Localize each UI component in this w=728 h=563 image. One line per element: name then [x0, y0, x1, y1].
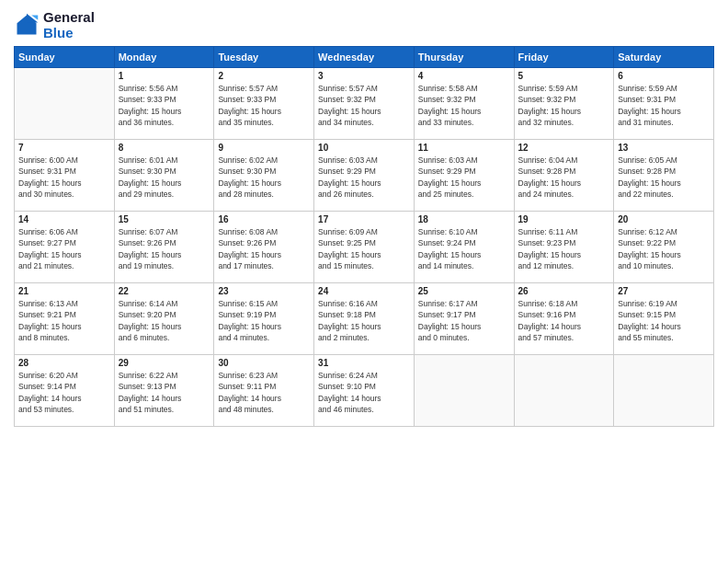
week-row-2: 7Sunrise: 6:00 AM Sunset: 9:31 PM Daylig…: [15, 140, 714, 212]
header-cell-sunday: Sunday: [15, 47, 115, 68]
day-cell: 20Sunrise: 6:12 AM Sunset: 9:22 PM Dayli…: [614, 212, 714, 283]
day-number: 25: [418, 286, 510, 296]
day-number: 21: [18, 286, 110, 296]
day-number: 31: [318, 358, 410, 368]
day-number: 17: [318, 214, 410, 224]
day-number: 10: [318, 143, 410, 153]
day-info: Sunrise: 5:59 AM Sunset: 9:31 PM Dayligh…: [618, 83, 710, 128]
day-info: Sunrise: 6:20 AM Sunset: 9:14 PM Dayligh…: [18, 370, 110, 415]
day-cell: 1Sunrise: 5:56 AM Sunset: 9:33 PM Daylig…: [114, 68, 214, 140]
header-cell-wednesday: Wednesday: [314, 47, 415, 68]
day-cell: 23Sunrise: 6:15 AM Sunset: 9:19 PM Dayli…: [214, 283, 314, 355]
day-number: 29: [119, 358, 210, 368]
week-row-3: 14Sunrise: 6:06 AM Sunset: 9:27 PM Dayli…: [15, 212, 714, 283]
day-info: Sunrise: 6:18 AM Sunset: 9:16 PM Dayligh…: [518, 298, 610, 343]
day-number: 28: [18, 358, 110, 368]
day-cell: 11Sunrise: 6:03 AM Sunset: 9:29 PM Dayli…: [414, 140, 514, 212]
day-cell: 24Sunrise: 6:16 AM Sunset: 9:18 PM Dayli…: [314, 283, 415, 355]
day-cell: 30Sunrise: 6:23 AM Sunset: 9:11 PM Dayli…: [214, 355, 314, 427]
day-cell: 10Sunrise: 6:03 AM Sunset: 9:29 PM Dayli…: [314, 140, 415, 212]
day-info: Sunrise: 6:09 AM Sunset: 9:25 PM Dayligh…: [318, 226, 410, 271]
day-info: Sunrise: 6:13 AM Sunset: 9:21 PM Dayligh…: [18, 298, 110, 343]
day-cell: 27Sunrise: 6:19 AM Sunset: 9:15 PM Dayli…: [614, 283, 714, 355]
day-cell: 21Sunrise: 6:13 AM Sunset: 9:21 PM Dayli…: [15, 283, 115, 355]
day-cell: 14Sunrise: 6:06 AM Sunset: 9:27 PM Dayli…: [15, 212, 115, 283]
day-number: 7: [18, 143, 110, 153]
day-cell: [15, 68, 115, 140]
day-info: Sunrise: 6:03 AM Sunset: 9:29 PM Dayligh…: [318, 155, 410, 200]
day-cell: 8Sunrise: 6:01 AM Sunset: 9:30 PM Daylig…: [114, 140, 214, 212]
day-info: Sunrise: 5:58 AM Sunset: 9:32 PM Dayligh…: [418, 83, 510, 128]
day-info: Sunrise: 6:11 AM Sunset: 9:23 PM Dayligh…: [518, 226, 610, 271]
day-info: Sunrise: 6:01 AM Sunset: 9:30 PM Dayligh…: [119, 155, 210, 200]
day-info: Sunrise: 6:16 AM Sunset: 9:18 PM Dayligh…: [318, 298, 410, 343]
day-cell: 19Sunrise: 6:11 AM Sunset: 9:23 PM Dayli…: [514, 212, 614, 283]
day-number: 14: [18, 214, 110, 224]
day-number: 18: [418, 214, 510, 224]
day-info: Sunrise: 6:05 AM Sunset: 9:28 PM Dayligh…: [618, 155, 710, 200]
day-number: 24: [318, 286, 410, 296]
day-number: 19: [518, 214, 610, 224]
header: General Blue: [14, 9, 714, 40]
day-info: Sunrise: 6:10 AM Sunset: 9:24 PM Dayligh…: [418, 226, 510, 271]
day-info: Sunrise: 5:59 AM Sunset: 9:32 PM Dayligh…: [518, 83, 610, 128]
day-info: Sunrise: 6:17 AM Sunset: 9:17 PM Dayligh…: [418, 298, 510, 343]
day-number: 2: [218, 71, 310, 81]
day-cell: 7Sunrise: 6:00 AM Sunset: 9:31 PM Daylig…: [15, 140, 115, 212]
day-info: Sunrise: 5:56 AM Sunset: 9:33 PM Dayligh…: [119, 83, 210, 128]
day-cell: 9Sunrise: 6:02 AM Sunset: 9:30 PM Daylig…: [214, 140, 314, 212]
day-number: 13: [618, 143, 710, 153]
logo: General Blue: [14, 9, 95, 40]
day-number: 22: [119, 286, 210, 296]
day-number: 20: [618, 214, 710, 224]
day-cell: 2Sunrise: 5:57 AM Sunset: 9:33 PM Daylig…: [214, 68, 314, 140]
day-cell: 12Sunrise: 6:04 AM Sunset: 9:28 PM Dayli…: [514, 140, 614, 212]
day-number: 11: [418, 143, 510, 153]
day-number: 12: [518, 143, 610, 153]
header-cell-saturday: Saturday: [614, 47, 714, 68]
day-number: 30: [218, 358, 310, 368]
day-cell: 4Sunrise: 5:58 AM Sunset: 9:32 PM Daylig…: [414, 68, 514, 140]
day-number: 23: [218, 286, 310, 296]
day-info: Sunrise: 6:14 AM Sunset: 9:20 PM Dayligh…: [119, 298, 210, 343]
day-number: 27: [618, 286, 710, 296]
day-cell: [614, 355, 714, 427]
day-info: Sunrise: 6:12 AM Sunset: 9:22 PM Dayligh…: [618, 226, 710, 271]
week-row-5: 28Sunrise: 6:20 AM Sunset: 9:14 PM Dayli…: [15, 355, 714, 427]
day-cell: [414, 355, 514, 427]
header-cell-monday: Monday: [114, 47, 214, 68]
day-number: 9: [218, 143, 310, 153]
day-cell: 31Sunrise: 6:24 AM Sunset: 9:10 PM Dayli…: [314, 355, 415, 427]
day-cell: 25Sunrise: 6:17 AM Sunset: 9:17 PM Dayli…: [414, 283, 514, 355]
day-number: 3: [318, 71, 410, 81]
day-info: Sunrise: 6:03 AM Sunset: 9:29 PM Dayligh…: [418, 155, 510, 200]
day-info: Sunrise: 6:08 AM Sunset: 9:26 PM Dayligh…: [218, 226, 310, 271]
week-row-4: 21Sunrise: 6:13 AM Sunset: 9:21 PM Dayli…: [15, 283, 714, 355]
page: General Blue SundayMondayTuesdayWednesda…: [0, 0, 728, 563]
day-cell: 28Sunrise: 6:20 AM Sunset: 9:14 PM Dayli…: [15, 355, 115, 427]
day-info: Sunrise: 6:06 AM Sunset: 9:27 PM Dayligh…: [18, 226, 110, 271]
day-cell: [514, 355, 614, 427]
day-cell: 29Sunrise: 6:22 AM Sunset: 9:13 PM Dayli…: [114, 355, 214, 427]
day-cell: 3Sunrise: 5:57 AM Sunset: 9:32 PM Daylig…: [314, 68, 415, 140]
header-cell-thursday: Thursday: [414, 47, 514, 68]
day-info: Sunrise: 5:57 AM Sunset: 9:32 PM Dayligh…: [318, 83, 410, 128]
day-number: 16: [218, 214, 310, 224]
calendar-table: SundayMondayTuesdayWednesdayThursdayFrid…: [14, 46, 714, 427]
day-cell: 17Sunrise: 6:09 AM Sunset: 9:25 PM Dayli…: [314, 212, 415, 283]
day-number: 1: [119, 71, 210, 81]
day-info: Sunrise: 6:23 AM Sunset: 9:11 PM Dayligh…: [218, 370, 310, 415]
day-info: Sunrise: 6:00 AM Sunset: 9:31 PM Dayligh…: [18, 155, 110, 200]
header-cell-friday: Friday: [514, 47, 614, 68]
day-cell: 13Sunrise: 6:05 AM Sunset: 9:28 PM Dayli…: [614, 140, 714, 212]
day-info: Sunrise: 5:57 AM Sunset: 9:33 PM Dayligh…: [218, 83, 310, 128]
day-cell: 16Sunrise: 6:08 AM Sunset: 9:26 PM Dayli…: [214, 212, 314, 283]
day-number: 26: [518, 286, 610, 296]
day-info: Sunrise: 6:15 AM Sunset: 9:19 PM Dayligh…: [218, 298, 310, 343]
day-info: Sunrise: 6:04 AM Sunset: 9:28 PM Dayligh…: [518, 155, 610, 200]
day-info: Sunrise: 6:19 AM Sunset: 9:15 PM Dayligh…: [618, 298, 710, 343]
header-row: SundayMondayTuesdayWednesdayThursdayFrid…: [15, 47, 714, 68]
day-number: 15: [119, 214, 210, 224]
day-number: 8: [119, 143, 210, 153]
header-cell-tuesday: Tuesday: [214, 47, 314, 68]
